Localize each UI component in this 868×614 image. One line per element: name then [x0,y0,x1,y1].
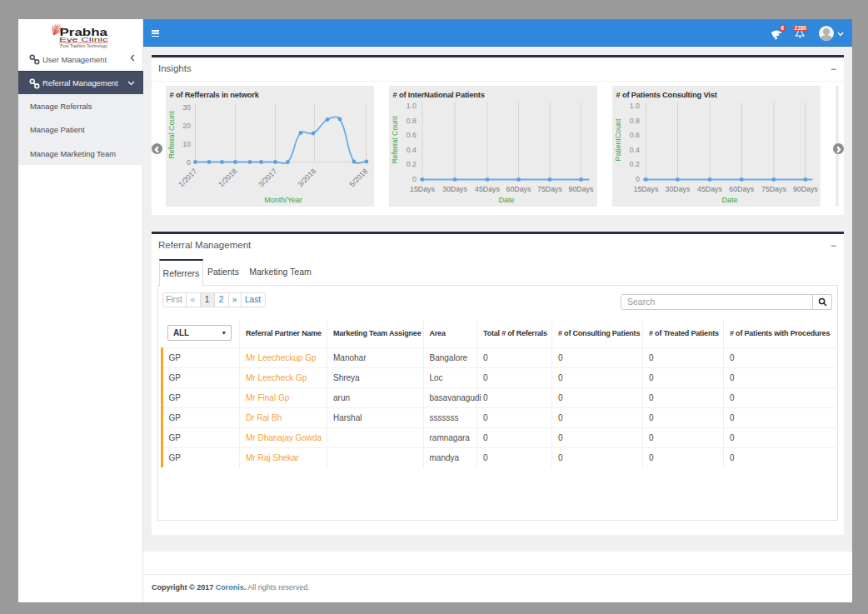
svg-text:5/2018: 5/2018 [347,167,369,188]
svg-text:3/2017: 3/2017 [257,167,278,188]
svg-text:Date: Date [498,196,514,204]
svg-text:75Days: 75Days [761,185,786,193]
svg-text:0: 0 [412,175,417,183]
svg-text:45Days: 45Days [697,185,722,193]
svg-text:Month/Year: Month/Year [264,196,302,204]
svg-text:90Days: 90Days [568,185,593,193]
svg-text:Referral Count: Referral Count [167,111,176,159]
svg-text:0.6: 0.6 [629,131,639,139]
svg-text:0.2: 0.2 [629,160,639,168]
svg-text:0.2: 0.2 [406,160,416,168]
svg-text:30: 30 [182,103,191,112]
svg-text:0.8: 0.8 [406,117,416,125]
svg-text:20: 20 [182,122,191,130]
svg-text:Referral Count: Referral Count [391,116,399,164]
svg-text:0.6: 0.6 [406,131,416,139]
svg-text:45Days: 45Days [475,185,500,193]
svg-text:0.4: 0.4 [629,146,639,154]
svg-text:Eye Clinic: Eye Clinic [59,36,108,43]
svg-text:1.0: 1.0 [406,102,416,110]
svg-text:1.0: 1.0 [629,102,639,110]
svg-text:10: 10 [182,140,191,148]
svg-text:PatientCount: PatientCount [614,118,622,161]
svg-text:15Days: 15Days [633,185,658,193]
svg-text:1/2017: 1/2017 [177,167,198,188]
svg-text:60Days: 60Days [729,185,754,193]
svg-text:60Days: 60Days [506,185,531,193]
svg-text:30Days: 30Days [442,185,467,193]
svg-text:75Days: 75Days [537,185,562,193]
svg-text:90Days: 90Days [792,185,817,193]
svg-text:0.8: 0.8 [629,117,639,125]
svg-text:15Days: 15Days [410,185,435,193]
svg-text:30Days: 30Days [665,185,690,193]
svg-text:0: 0 [187,158,191,167]
svg-text:1/2018: 1/2018 [217,167,238,188]
svg-text:Date: Date [721,196,737,204]
svg-text:3/2018: 3/2018 [296,167,317,188]
svg-text:0: 0 [636,175,640,183]
svg-text:0.4: 0.4 [406,146,416,154]
